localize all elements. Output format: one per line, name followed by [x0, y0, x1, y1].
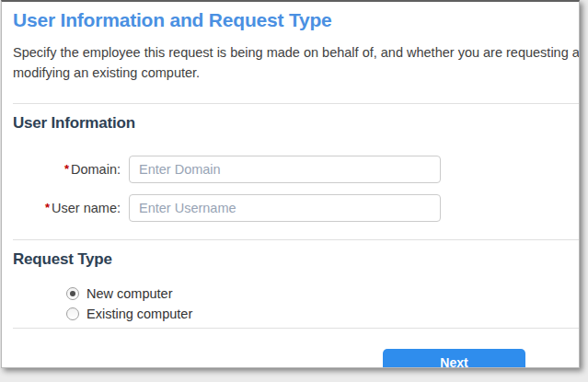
domain-label-text: Domain:: [71, 162, 121, 177]
domain-input[interactable]: [129, 156, 441, 183]
request-type-heading: Request Type: [13, 250, 579, 269]
username-label-text: User name:: [52, 201, 121, 215]
radio-option-existing-computer[interactable]: Existing computer: [66, 307, 579, 321]
radio-button-icon[interactable]: [66, 287, 79, 300]
username-label: *User name:: [13, 201, 129, 215]
page-description: Specify the employee this request is bei…: [13, 42, 580, 83]
next-button[interactable]: Next: [383, 349, 525, 368]
section-divider: [13, 103, 579, 104]
username-field-row: *User name:: [13, 194, 579, 222]
domain-field-row: *Domain:: [13, 156, 579, 183]
radio-label: New computer: [86, 286, 172, 301]
footer-divider: [13, 328, 579, 329]
section-divider: [13, 239, 579, 240]
user-information-heading: User Information: [13, 114, 579, 133]
required-marker: *: [64, 162, 69, 176]
form-panel: User Information and Request Type Specif…: [1, 0, 580, 368]
username-input[interactable]: [129, 194, 441, 222]
footer-actions: Next: [13, 349, 579, 368]
radio-option-new-computer[interactable]: New computer: [66, 286, 579, 301]
radio-label: Existing computer: [86, 307, 192, 321]
radio-button-icon[interactable]: [66, 307, 79, 320]
page-title: User Information and Request Type: [13, 9, 579, 31]
required-marker: *: [45, 201, 50, 214]
request-type-radio-group: New computer Existing computer: [66, 286, 579, 321]
domain-label: *Domain:: [13, 162, 129, 177]
